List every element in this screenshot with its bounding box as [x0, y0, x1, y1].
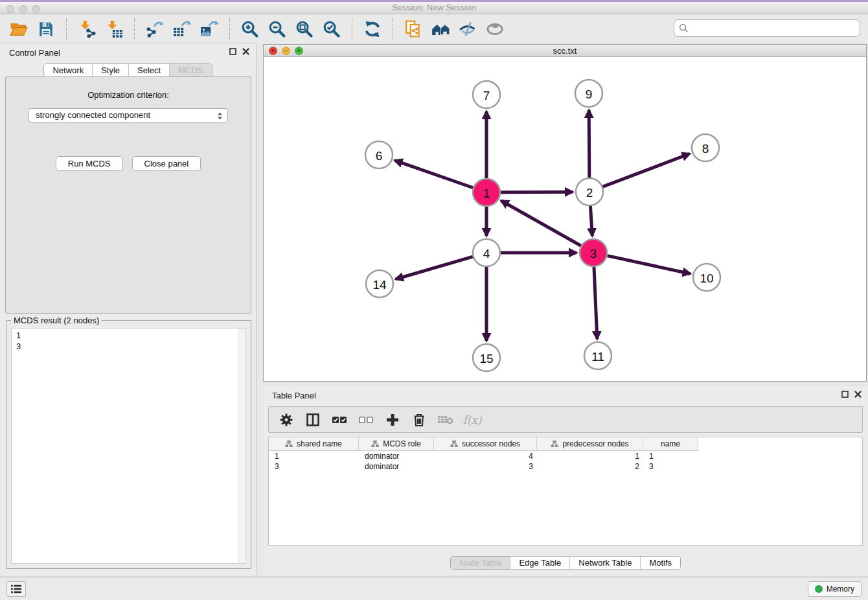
graph-node-label: 15: [479, 352, 493, 365]
control-panel-title: Control Panel: [9, 48, 60, 58]
plus-icon: [385, 413, 400, 427]
network-window-titlebar[interactable]: × − + scc.txt: [264, 45, 866, 57]
zoom-in-button[interactable]: [236, 17, 264, 41]
criterion-select[interactable]: strongly connected component: [29, 108, 228, 122]
apply-function-button[interactable]: f(x): [461, 410, 483, 430]
network-minimize-button[interactable]: −: [282, 47, 290, 55]
cell-shared-name[interactable]: 1: [269, 451, 359, 461]
minimize-window-button[interactable]: [19, 5, 27, 13]
graph-node-label: 1: [483, 187, 490, 200]
cell-successor-nodes[interactable]: 4: [434, 451, 537, 461]
search-input[interactable]: [689, 20, 860, 36]
network-view-window: × − + scc.txt 7968124314101511: [263, 44, 867, 382]
table-header-row: shared name MCDS role successor nodes pr…: [269, 437, 862, 451]
table-settings-button[interactable]: [275, 410, 297, 430]
create-column-button[interactable]: [382, 410, 404, 430]
export-table-button[interactable]: [168, 17, 196, 41]
cell-predecessor-nodes[interactable]: 1: [537, 451, 643, 461]
graph-edge-1-6[interactable]: [395, 161, 474, 188]
network-close-button[interactable]: ×: [269, 47, 277, 55]
window-title: Session: New Session: [0, 2, 868, 14]
column-header-shared-name[interactable]: shared name: [269, 437, 359, 451]
graph-edge-2-3[interactable]: [590, 206, 592, 236]
task-history-button[interactable]: [6, 581, 26, 597]
delete-table-button[interactable]: [435, 410, 457, 430]
export-image-icon: [200, 20, 218, 38]
hide-panel-button[interactable]: [454, 17, 481, 41]
tab-style[interactable]: Style: [92, 64, 128, 76]
cell-successor-nodes[interactable]: 3: [434, 461, 537, 472]
graph-node-label: 8: [702, 142, 709, 156]
import-table-button[interactable]: [100, 17, 128, 41]
mcds-result-textarea[interactable]: 1 3: [11, 328, 246, 564]
control-panel: Control Panel Network Style Select MCDS …: [0, 43, 257, 575]
zoom-out-button[interactable]: [264, 17, 291, 41]
table-row[interactable]: 3 dominator 3 2 3: [269, 461, 862, 472]
select-all-icon: [332, 413, 347, 427]
tab-node-table[interactable]: Node Table: [451, 557, 510, 569]
save-floppy-icon: [38, 21, 54, 38]
deselect-all-icon: [358, 413, 374, 427]
table-toolbar: f(x): [268, 406, 863, 433]
cell-name[interactable]: 1: [643, 451, 698, 461]
network-maximize-button[interactable]: +: [295, 47, 303, 55]
float-panel-icon[interactable]: [841, 391, 849, 398]
tab-motifs[interactable]: Motifs: [640, 557, 680, 569]
graph-edge-3-1[interactable]: [501, 201, 581, 246]
tab-network[interactable]: Network: [44, 64, 92, 76]
column-header-successor-nodes[interactable]: successor nodes: [434, 437, 537, 451]
column-type-icon: [450, 440, 458, 448]
network-graph: 7968124314101511: [264, 57, 866, 381]
tab-edge-table[interactable]: Edge Table: [510, 557, 569, 569]
result-scrollbar[interactable]: [238, 329, 246, 563]
maximize-window-button[interactable]: [32, 5, 40, 13]
cell-shared-name[interactable]: 3: [269, 461, 359, 472]
run-mcds-button[interactable]: Run MCDS: [56, 156, 123, 171]
homes-icon: [431, 21, 450, 38]
graph-edge-3-11[interactable]: [594, 267, 597, 339]
cell-name[interactable]: 3: [643, 461, 698, 472]
zoom-selected-button[interactable]: [318, 17, 345, 41]
eye-slash-icon: [459, 21, 477, 38]
import-network-button[interactable]: [73, 17, 100, 41]
open-session-button[interactable]: [5, 17, 32, 41]
graph-edge-1-2[interactable]: [501, 192, 573, 192]
export-network-button[interactable]: [141, 17, 168, 41]
close-window-button[interactable]: [6, 5, 14, 13]
close-panel-button[interactable]: Close panel: [132, 156, 201, 171]
export-image-button[interactable]: [196, 17, 223, 41]
cell-mcds-role[interactable]: dominator: [359, 461, 434, 472]
table-row[interactable]: 1 dominator 4 1 1: [269, 451, 862, 461]
graph-edge-3-10[interactable]: [607, 256, 690, 274]
graph-edge-2-9[interactable]: [589, 110, 589, 178]
global-search-field[interactable]: [674, 19, 860, 37]
close-panel-icon[interactable]: [242, 48, 249, 55]
select-all-rows-button[interactable]: [328, 410, 350, 430]
tab-network-table[interactable]: Network Table: [569, 557, 640, 569]
show-panel-button[interactable]: [481, 17, 508, 41]
cell-mcds-role[interactable]: dominator: [359, 451, 434, 461]
refresh-layout-button[interactable]: [359, 17, 386, 41]
graph-edge-2-8[interactable]: [603, 154, 690, 187]
tab-select[interactable]: Select: [128, 64, 169, 76]
column-header-mcds-role[interactable]: MCDS role: [359, 437, 434, 451]
column-type-icon: [371, 440, 379, 448]
network-canvas[interactable]: 7968124314101511: [264, 57, 866, 381]
delete-column-button[interactable]: [408, 410, 430, 430]
close-panel-icon[interactable]: [854, 391, 862, 398]
export-table-icon: [173, 20, 191, 38]
column-header-name[interactable]: name: [643, 437, 698, 451]
tab-mcds[interactable]: MCDS: [169, 64, 211, 76]
graph-edge-4-14[interactable]: [396, 257, 473, 279]
show-all-networks-button[interactable]: [427, 17, 454, 41]
deselect-all-rows-button[interactable]: [355, 410, 377, 430]
duplicate-network-button[interactable]: [400, 17, 427, 41]
memory-button[interactable]: Memory: [808, 581, 862, 597]
float-panel-icon[interactable]: [229, 48, 236, 55]
show-column-panel-button[interactable]: [302, 410, 324, 430]
cell-predecessor-nodes[interactable]: 2: [537, 461, 643, 472]
zoom-fit-button[interactable]: [291, 17, 318, 41]
graph-node-label: 14: [372, 278, 387, 292]
column-header-predecessor-nodes[interactable]: predecessor nodes: [537, 437, 643, 451]
save-session-button[interactable]: [32, 17, 60, 41]
